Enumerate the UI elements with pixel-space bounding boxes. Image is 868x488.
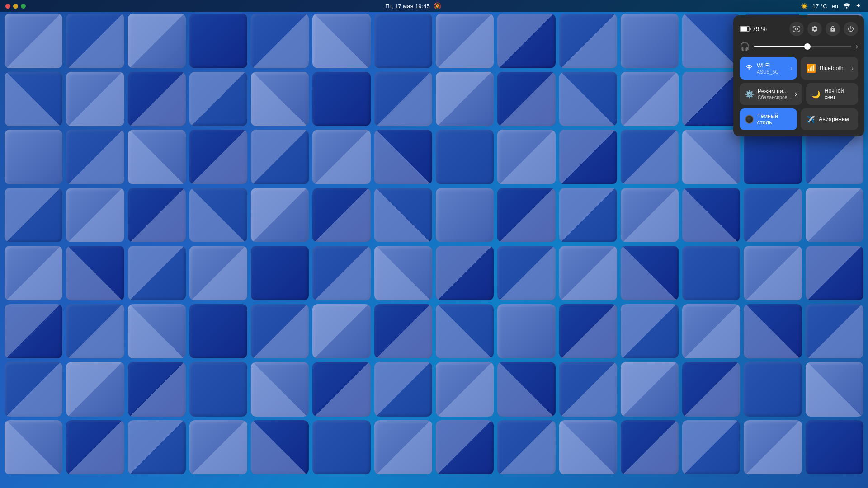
tile [559,420,617,475]
power-mode-label: Режим пи... [758,88,791,94]
tile [189,420,247,475]
tile [436,362,494,417]
tile [497,362,555,417]
screenshot-button[interactable] [789,22,804,36]
tile [251,304,309,359]
tile [189,72,247,127]
tile [128,420,186,475]
tile [497,188,555,243]
power-mode-chevron-icon[interactable]: › [795,90,797,98]
volume-slider[interactable] [754,46,851,47]
tile [251,14,309,68]
wifi-toggle[interactable]: Wi-Fi ASUS_5G › [740,57,797,80]
tile [559,130,617,184]
tile [66,420,124,475]
tile [128,72,186,127]
tile [436,246,494,300]
tile [621,188,679,243]
night-light-toggle[interactable]: 🌙 Ночной свет [806,83,858,105]
tile [251,420,309,475]
dark-style-toggle[interactable]: Тёмный стиль [740,108,797,130]
settings-button[interactable] [807,22,822,36]
tile [251,188,309,243]
battery-percent: 79 % [752,25,767,33]
lock-button[interactable] [826,22,840,36]
tile [621,72,679,127]
tile [128,304,186,359]
qs-volume-row: 🎧 › [740,42,858,52]
tile [682,420,740,475]
airplane-mode-toggle[interactable]: ✈️ Авиарежим [801,108,858,130]
tile [189,246,247,300]
tile [189,14,247,68]
tile [374,362,432,417]
qs-top-row: 79 % [740,22,858,36]
tile [744,362,802,417]
tile [374,420,432,475]
wifi-sublabel: ASUS_5G [757,69,778,75]
tile [497,72,555,127]
power-mode-sublabel: Сбалансиров... [758,94,791,100]
tile [66,188,124,243]
window-maximize-dot[interactable] [21,4,26,9]
bluetooth-icon: 📶 [806,63,816,73]
tile [66,304,124,359]
tile [744,304,802,359]
tile [5,246,62,300]
qs-wifi-bt-row: Wi-Fi ASUS_5G › 📶 Bluetooth › [740,57,858,80]
tile [744,188,802,243]
tile [497,304,555,359]
tile [5,130,62,184]
tile [5,72,62,127]
tile [682,304,740,359]
volume-thumb [804,43,811,50]
tile [682,14,740,68]
tile [559,304,617,359]
tile [66,246,124,300]
tile [312,420,370,475]
tile [621,14,679,68]
tile [251,72,309,127]
power-button[interactable] [844,22,858,36]
notification-bell-icon[interactable]: 🔕 [434,2,441,9]
tile [5,304,62,359]
volume-chevron-icon[interactable]: › [856,42,858,51]
battery-fill [741,27,747,31]
window-minimize-dot[interactable] [13,4,18,9]
volume-icon[interactable] [855,2,863,10]
tile [66,130,124,184]
tile [744,420,802,475]
tile [128,130,186,184]
topbar-right: ☀️ 17 °C en [801,2,863,10]
weather-icon: ☀️ [801,3,808,9]
tile [497,130,555,184]
tile [312,304,370,359]
quick-settings-panel: 79 % [733,15,864,136]
topbar-center: Пт, 17 мая 19:45 🔕 [385,2,441,9]
tile [559,246,617,300]
power-mode-toggle[interactable]: ⚙️ Режим пи... Сбалансиров... › [740,83,802,105]
tile [806,130,863,184]
tile [806,188,863,243]
tile [621,304,679,359]
bluetooth-chevron-icon[interactable]: › [851,65,854,72]
wifi-icon[interactable] [843,2,851,10]
tile [128,362,186,417]
tile [621,362,679,417]
tile [682,188,740,243]
bluetooth-toggle[interactable]: 📶 Bluetooth › [801,57,858,80]
tile [5,362,62,417]
tile [744,246,802,300]
tile [374,72,432,127]
tile [312,130,370,184]
wifi-chevron-icon[interactable]: › [790,65,793,72]
keyboard-lang[interactable]: en [832,3,838,9]
battery-display: 79 % [740,25,767,33]
window-close-dot[interactable] [5,4,10,9]
tile [682,72,740,127]
airplane-icon: ✈️ [806,115,815,124]
tile [374,130,432,184]
tile [189,130,247,184]
tile [806,362,863,417]
tile [497,420,555,475]
